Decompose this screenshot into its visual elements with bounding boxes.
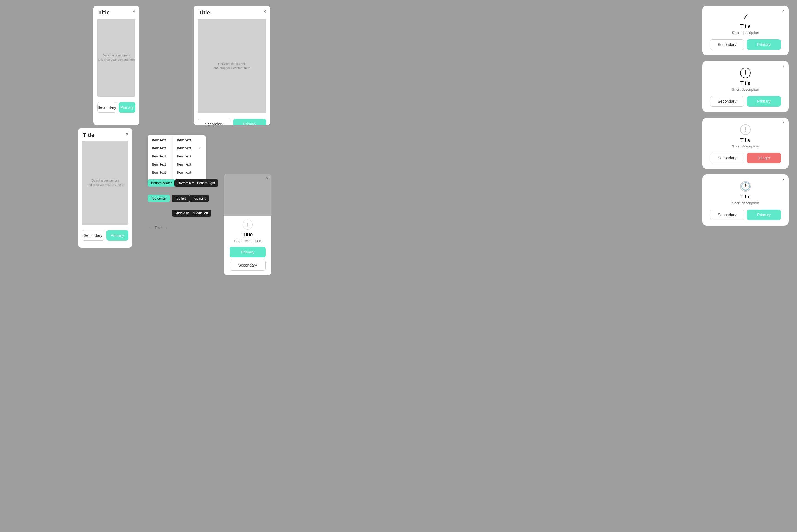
modal-bottom-left: × Title Detache component and drop your … [78,128,132,248]
bottom-dialog-image [224,174,271,216]
dialog-4-close[interactable]: × [782,177,785,182]
dialog-4-secondary[interactable]: Secondary [710,210,744,220]
modal-top-middle-secondary[interactable]: Secondary [198,119,231,125]
top-middle-bg [141,5,192,125]
modal-top-middle-image: Detache component and drop your content … [198,19,266,113]
dialog-3: × ! Title Short description Secondary Da… [702,118,789,169]
dialog-3-title: Title [710,137,781,143]
modal-top-middle: × Title Detache component and drop your … [194,5,270,125]
dialog-1-close[interactable]: × [782,8,785,13]
modal-top-middle-close[interactable]: × [263,9,266,14]
modal-top-middle-footer: Secondary Primary [194,116,270,125]
dialog-2: × ! Title Short description Secondary Pr… [702,61,789,112]
right-panel: × ✓ Title Short description Secondary Pr… [702,5,789,226]
dialog-1-title: Title [710,24,781,30]
modal-top-left-primary[interactable]: Primary [119,102,135,113]
modal-bottom-left-primary[interactable]: Primary [106,230,129,241]
dialog-3-secondary[interactable]: Secondary [710,153,744,163]
dialog-2-icon: ! [710,68,781,78]
bottom-dialog-close[interactable]: × [266,176,269,180]
dropdown-right-item-1[interactable]: Item text [173,136,205,144]
dropdown-right-item-2[interactable]: Item text ✓ [173,144,205,152]
dialog-3-danger[interactable]: Danger [747,153,781,163]
dialog-2-footer: Secondary Primary [710,96,781,107]
bottom-left-bg [5,128,78,248]
dialog-4: × 🕐 Title Short description Secondary Pr… [702,174,789,226]
modal-top-left-secondary[interactable]: Secondary [97,102,116,113]
pagination-text: Text [155,226,162,230]
dialog-1: × ✓ Title Short description Secondary Pr… [702,5,789,55]
dialog-2-secondary[interactable]: Secondary [710,96,744,107]
tooltip-middle-left: Middle left [189,210,212,217]
modal-bottom-left-close[interactable]: × [125,131,128,136]
dialog-3-desc: Short description [710,144,781,148]
dialog-3-footer: Secondary Danger [710,153,781,163]
bottom-dialog-title: Title [230,232,266,238]
pagination-next[interactable]: › [166,225,167,231]
dialog-2-title: Title [710,80,781,86]
dialog-1-primary[interactable]: Primary [747,39,781,50]
dialog-1-desc: Short description [710,31,781,35]
tooltip-top-right: Top right [189,195,209,202]
dialog-4-primary[interactable]: Primary [747,210,781,220]
modal-top-middle-title: Title [194,5,270,16]
bottom-dialog-icon: ( [247,222,249,228]
dialog-2-primary[interactable]: Primary [747,96,781,107]
dropdown-right-item-3[interactable]: Item text [173,152,205,160]
tooltip-bottom-center: Bottom center [148,179,175,187]
tooltip-top-left: Top left [171,195,189,202]
dialog-4-footer: Secondary Primary [710,210,781,220]
tooltip-top-center: Top center [148,195,170,202]
bottom-dialog-secondary[interactable]: Secondary [230,260,266,271]
modal-top-left-footer: Secondary Primary [93,99,139,117]
modal-top-left-image: Detache component and drop your content … [97,19,135,97]
dialog-2-desc: Short description [710,88,781,92]
pagination-prev[interactable]: ‹ [149,225,151,231]
modal-bottom-left-title: Title [78,128,132,138]
dropdown-right: Item text Item text ✓ Item text Item tex… [173,135,205,186]
dialog-4-title: Title [710,194,781,200]
modal-bottom-left-image: Detache component and drop your content … [82,141,128,225]
dialog-3-close[interactable]: × [782,120,785,126]
bottom-dialog-icon-wrapper: ( [243,220,253,230]
pagination: ‹ Text › [149,225,167,231]
dropdown-right-item-4[interactable]: Item text [173,160,205,168]
dialog-1-footer: Secondary Primary [710,39,781,50]
modal-bottom-left-footer: Secondary Primary [78,227,132,245]
dialog-4-icon: 🕐 [710,181,781,192]
dialog-1-secondary[interactable]: Secondary [710,39,744,50]
bottom-dialog: × ( Title Short description Primary Seco… [224,174,271,275]
modal-top-middle-primary[interactable]: Primary [233,119,267,125]
tooltip-bottom-right: Bottom right [194,179,218,187]
top-left-bg [5,5,93,125]
modal-top-left: × Title Detache component and drop your … [93,5,139,125]
dialog-2-close[interactable]: × [782,64,785,69]
bottom-dialog-primary[interactable]: Primary [230,247,266,258]
dialog-4-desc: Short description [710,201,781,205]
dropdown-right-item-5[interactable]: Item text [173,168,205,176]
bottom-dialog-body: ( Title Short description Primary Second… [224,216,271,275]
dialog-3-icon: ! [710,125,781,135]
modal-top-left-close[interactable]: × [132,9,135,14]
bottom-dialog-desc: Short description [230,239,266,243]
modal-bottom-left-secondary[interactable]: Secondary [82,230,104,241]
dialog-1-icon: ✓ [710,12,781,21]
